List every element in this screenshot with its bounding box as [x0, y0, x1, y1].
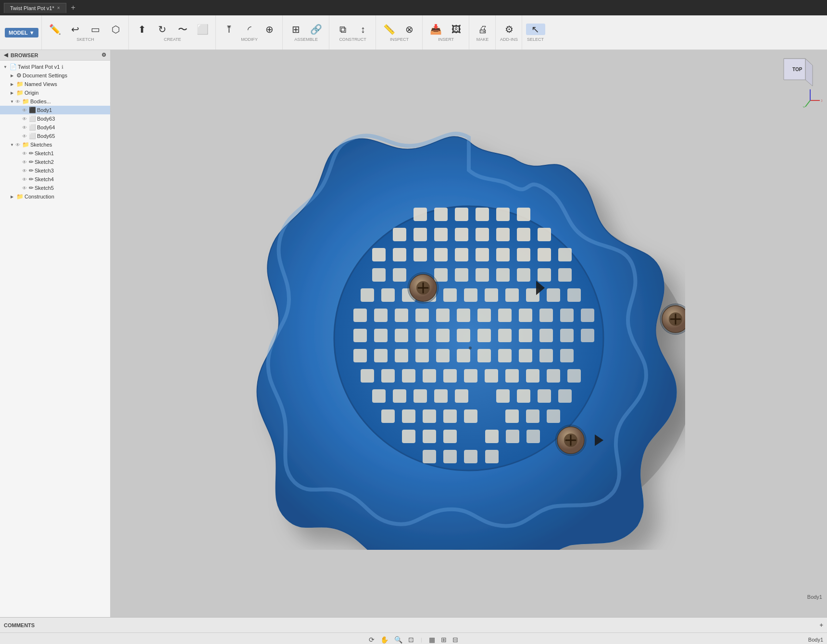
- tree-item-construction[interactable]: ▶ 📁 Construction: [0, 192, 110, 201]
- insert-mcad-button[interactable]: 📥: [426, 24, 446, 35]
- svg-rect-103: [402, 409, 415, 423]
- model-view: [252, 117, 685, 550]
- svg-rect-55: [539, 309, 553, 322]
- tree-item-body65[interactable]: 👁 ⬜ Body65: [0, 132, 110, 140]
- add-comment-icon[interactable]: +: [819, 621, 823, 629]
- sweep-button[interactable]: 〜: [173, 24, 192, 35]
- statusbar: ⟳ ✋ 🔍 ⊡ | ▦ ⊞ ⊟ Body1: [0, 632, 827, 644]
- svg-rect-56: [560, 309, 574, 322]
- section-button[interactable]: ⊗: [400, 24, 419, 35]
- view-cube[interactable]: x y TOP: [769, 55, 822, 109]
- construction-icon: 📁: [16, 193, 24, 200]
- zoom-icon[interactable]: 🔍: [393, 635, 403, 644]
- grid-icon[interactable]: ⊞: [440, 635, 448, 644]
- construct-label: CONSTRUCT: [339, 37, 366, 42]
- sketch2-icon: ✏: [29, 159, 34, 165]
- svg-rect-8: [393, 228, 406, 241]
- view-options-icon[interactable]: ⊟: [451, 635, 459, 644]
- tree-item-doc-settings[interactable]: ▶ ⚙ Document Settings: [0, 71, 110, 80]
- svg-rect-3: [434, 208, 448, 221]
- sketch4-visibility-icon[interactable]: 👁: [22, 177, 27, 182]
- body65-visibility-icon[interactable]: 👁: [22, 134, 27, 139]
- svg-rect-82: [361, 369, 374, 383]
- press-pull-button[interactable]: ⤒: [220, 24, 239, 35]
- svg-rect-102: [381, 409, 395, 423]
- fit-icon[interactable]: ⊡: [407, 635, 415, 644]
- tree-item-sketch2[interactable]: 👁 ✏ Sketch2: [0, 158, 110, 166]
- document-tab[interactable]: Twist Plant Pot v1* ×: [4, 3, 66, 13]
- body1-icon: ⬛: [29, 107, 36, 113]
- joint-button[interactable]: 🔗: [307, 24, 326, 35]
- sketches-visibility-icon[interactable]: 👁: [15, 142, 20, 148]
- browser-header: ◀ BROWSER ⚙: [0, 50, 110, 61]
- combine-button[interactable]: ⊕: [260, 24, 279, 35]
- tree-item-body64[interactable]: 👁 ⬜ Body64: [0, 123, 110, 132]
- toolbar: MODEL ▼ ✏️ ↩ ▭ ⬡ SKETCH ⬆ ↻: [0, 15, 827, 50]
- tree-item-sketches[interactable]: ▼ 👁 📁 Sketches: [0, 140, 110, 149]
- fillet-button[interactable]: ◜: [240, 24, 259, 35]
- tree-item-body1[interactable]: 👁 ⬛ Body1: [0, 106, 110, 114]
- toolbar-addins-group: ⚙ ADD-INS: [497, 15, 522, 50]
- select-button[interactable]: ↖: [526, 24, 545, 35]
- body64-visibility-icon[interactable]: 👁: [22, 125, 27, 130]
- svg-rect-32: [517, 268, 530, 282]
- svg-rect-18: [414, 248, 427, 261]
- body-label: Body1: [807, 594, 822, 600]
- svg-rect-35: [361, 288, 374, 302]
- tree-item-body63[interactable]: 👁 ⬜ Body63: [0, 114, 110, 123]
- svg-rect-51: [457, 309, 470, 322]
- svg-rect-64: [477, 329, 491, 342]
- svg-rect-73: [395, 349, 408, 362]
- root-label: Twist Plant Pot v1: [18, 64, 60, 70]
- assemble-label: ASSEMBLE: [294, 37, 318, 42]
- tab-label: Twist Plant Pot v1*: [10, 5, 54, 11]
- bodies-visibility-icon[interactable]: 👁: [15, 99, 20, 104]
- offset-plane-button[interactable]: ⧉: [333, 24, 352, 35]
- tree-item-named-views[interactable]: ▶ 📁 Named Views: [0, 80, 110, 88]
- pan-icon[interactable]: ✋: [379, 635, 389, 644]
- orbit-icon[interactable]: ⟳: [368, 635, 376, 644]
- svg-rect-9: [414, 228, 427, 241]
- toolbar-sketch-group: ✏️ ↩ ▭ ⬡ SKETCH: [43, 15, 129, 50]
- tree-item-sketch3[interactable]: 👁 ✏ Sketch3: [0, 166, 110, 175]
- tree-item-sketch1[interactable]: 👁 ✏ Sketch1: [0, 149, 110, 158]
- sketch-button[interactable]: ✏️: [46, 24, 65, 35]
- new-component-button[interactable]: ⊞: [287, 24, 306, 35]
- add-tab-button[interactable]: +: [68, 3, 78, 12]
- body63-visibility-icon[interactable]: 👁: [22, 116, 27, 122]
- tree-item-sketch4[interactable]: 👁 ✏ Sketch4: [0, 175, 110, 184]
- display-mode-icon[interactable]: ▦: [428, 635, 436, 644]
- line-button[interactable]: ▭: [86, 24, 105, 35]
- svg-rect-42: [505, 288, 519, 302]
- close-tab-button[interactable]: ×: [57, 5, 60, 11]
- browser-settings-icon[interactable]: ⚙: [101, 52, 106, 58]
- statusbar-right: Body1: [463, 637, 823, 643]
- tree-item-root[interactable]: ▼ 📄 Twist Plant Pot v1 ℹ: [0, 62, 110, 71]
- body1-visibility-icon[interactable]: 👁: [22, 108, 27, 113]
- tree-item-sketch5[interactable]: 👁 ✏ Sketch5: [0, 184, 110, 192]
- measure-button[interactable]: 📏: [380, 24, 399, 35]
- sketch-3d-button[interactable]: ⬡: [106, 24, 125, 35]
- axis-button[interactable]: ↕: [353, 24, 373, 35]
- svg-rect-40: [464, 288, 477, 302]
- browser-collapse-icon[interactable]: ◀: [4, 52, 8, 58]
- tree-item-bodies[interactable]: ▼ 👁 📁 Bodies...: [0, 97, 110, 106]
- viewport[interactable]: x y TOP Body1: [111, 50, 827, 617]
- tree-item-origin[interactable]: ▶ 📁 Origin: [0, 88, 110, 97]
- sketch3-visibility-icon[interactable]: 👁: [22, 168, 27, 173]
- svg-rect-2: [414, 208, 427, 221]
- svg-rect-16: [372, 248, 386, 261]
- svg-rect-10: [434, 228, 448, 241]
- sketch1-visibility-icon[interactable]: 👁: [22, 151, 27, 156]
- expand-bodies: ▼: [9, 99, 15, 104]
- insert-svg-button[interactable]: 🖼: [447, 24, 466, 35]
- sketch2-visibility-icon[interactable]: 👁: [22, 160, 27, 165]
- scripts-button[interactable]: ⚙: [500, 24, 519, 35]
- box-button[interactable]: ⬜: [193, 24, 213, 35]
- model-button[interactable]: MODEL ▼: [5, 28, 38, 37]
- undo-button[interactable]: ↩: [66, 24, 85, 35]
- 3d-print-button[interactable]: 🖨: [473, 24, 492, 35]
- sketch5-visibility-icon[interactable]: 👁: [22, 186, 27, 191]
- extrude-button[interactable]: ⬆: [133, 24, 152, 35]
- revolve-button[interactable]: ↻: [153, 24, 172, 35]
